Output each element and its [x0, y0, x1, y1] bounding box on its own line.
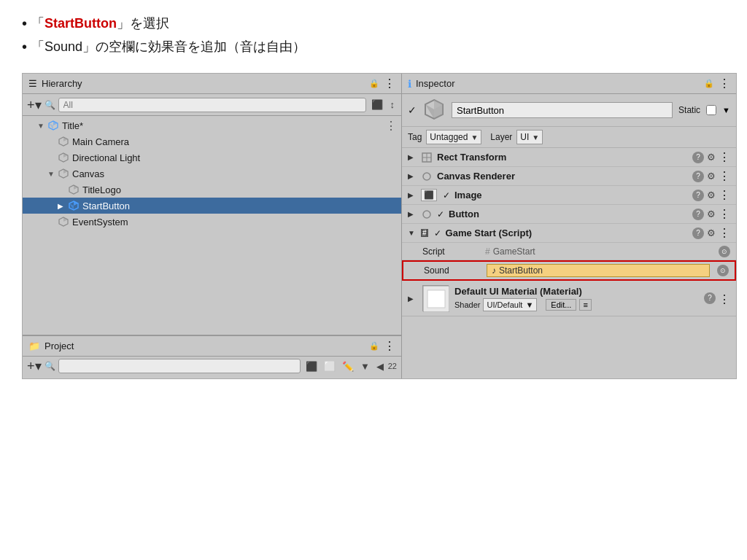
tree-item-title[interactable]: ▼ Title* ⋮ — [23, 117, 401, 133]
inspector-more-btn[interactable]: ⋮ — [719, 77, 730, 90]
search-sort-icon[interactable]: ↕ — [388, 98, 398, 111]
tree-item-eventsystem[interactable]: EventSystem — [23, 214, 401, 230]
search-filter-icon[interactable]: ⬛ — [369, 98, 385, 111]
script-field-label: Script — [422, 246, 481, 257]
project-more-btn[interactable]: ⋮ — [384, 339, 395, 353]
gamescript-help[interactable]: ? — [692, 228, 704, 239]
material-thumbnail — [422, 285, 449, 311]
hierarchy-title: Hierarchy — [42, 78, 82, 89]
material-help[interactable]: ? — [704, 292, 716, 304]
button-more[interactable]: ⋮ — [719, 207, 730, 221]
project-panel: 📁 Project 🔒 ⋮ +▾ 🔍 ⬛ ⬜ ✏️ — [23, 335, 401, 378]
tag-dropdown[interactable]: Untagged ▼ — [426, 130, 481, 144]
sound-field-value: ♪ StartButton — [487, 264, 710, 277]
gamescript-header-row[interactable]: ▼ # ✓ Game Start (Script) ? ⚙ ⋮ — [402, 224, 736, 243]
button-settings[interactable]: ⚙ — [707, 209, 716, 219]
layer-dropdown[interactable]: UI ▼ — [516, 130, 543, 144]
inspector-header: ℹ Inspector 🔒 ⋮ — [402, 74, 736, 94]
gamescript-settings[interactable]: ⚙ — [707, 228, 716, 238]
instruction-item-2: 「Sound」の空欄に効果音を追加（音は自由） — [22, 38, 725, 55]
button-row[interactable]: ▶ ✓ Button ? ⚙ ⋮ — [402, 205, 736, 224]
hierarchy-search-input[interactable] — [58, 98, 366, 112]
gamescript-more[interactable]: ⋮ — [719, 226, 730, 240]
image-settings[interactable]: ⚙ — [707, 190, 716, 201]
button-checkbox[interactable]: ✓ — [437, 209, 444, 219]
project-folder-icon: 📁 — [28, 341, 40, 351]
rect-transform-settings[interactable]: ⚙ — [707, 152, 716, 163]
hierarchy-panel: ☰ Hierarchy 🔒 ⋮ +▾ 🔍 ⬛ ↕ — [23, 74, 402, 378]
project-search-input[interactable] — [58, 359, 301, 373]
startbutton-label: StartButton — [82, 201, 130, 211]
static-checkbox[interactable] — [706, 105, 716, 115]
material-more[interactable]: ⋮ — [719, 292, 730, 306]
material-section: ▶ Default UI Material (Material) Shader … — [402, 281, 736, 316]
hierarchy-header: ☰ Hierarchy 🔒 ⋮ — [23, 74, 401, 94]
hierarchy-add-button[interactable]: +▾ — [27, 98, 42, 112]
project-lock-icon[interactable]: 🔒 — [369, 341, 379, 351]
rect-transform-controls: ? ⚙ ⋮ — [692, 150, 730, 164]
shader-label: Shader — [454, 300, 480, 309]
image-arrow: ▶ — [408, 191, 417, 199]
canvas-renderer-name: Canvas Renderer — [437, 171, 688, 182]
rect-transform-help[interactable]: ? — [692, 152, 704, 163]
canvas-renderer-settings[interactable]: ⚙ — [707, 171, 716, 182]
tree-arrow-title: ▼ — [37, 122, 47, 130]
project-icon-5[interactable]: ◀ — [374, 360, 386, 373]
project-icon-2[interactable]: ⬜ — [322, 360, 338, 373]
inspector-content: ✓ Static ▼ Tag Untagged — [402, 94, 736, 378]
canvas-renderer-icon — [421, 171, 433, 182]
tree-item-directional-light[interactable]: Directional Light — [23, 149, 401, 166]
hierarchy-lock-icon[interactable]: 🔒 — [369, 79, 379, 88]
project-count-badge: 22 — [388, 362, 397, 370]
hierarchy-more-btn[interactable]: ⋮ — [384, 77, 395, 90]
canvas-renderer-help[interactable]: ? — [692, 171, 704, 182]
rect-transform-name: Rect Transform — [437, 152, 688, 163]
tag-label: Tag — [408, 132, 422, 142]
shader-dropdown[interactable]: UI/Default ▼ — [483, 298, 537, 311]
sound-field-row: Sound ♪ StartButton ⊙ — [402, 260, 736, 281]
tree-item-canvas[interactable]: ▼ Canvas — [23, 166, 401, 182]
image-row[interactable]: ▶ ⬛ ✓ Image ? ⚙ ⋮ — [402, 186, 736, 205]
object-large-icon — [422, 98, 446, 122]
button-help[interactable]: ? — [692, 209, 704, 220]
svg-point-24 — [423, 211, 430, 218]
object-name-input[interactable] — [452, 102, 673, 118]
object-header-row: ✓ Static ▼ — [402, 94, 736, 127]
inspector-lock-icon[interactable]: 🔒 — [704, 79, 714, 88]
image-more[interactable]: ⋮ — [719, 188, 730, 202]
material-info: Default UI Material (Material) Shader UI… — [454, 286, 698, 311]
project-icon-4[interactable]: ▼ — [358, 360, 372, 373]
image-help[interactable]: ? — [692, 190, 704, 201]
project-add-button[interactable]: +▾ — [27, 359, 42, 373]
edit-button[interactable]: Edit... — [546, 299, 576, 311]
tree-item-titlelogo[interactable]: TitleLogo — [23, 182, 401, 198]
image-checkbox[interactable]: ✓ — [443, 190, 450, 201]
canvas-label: Canvas — [72, 168, 104, 179]
hierarchy-tree: ▼ Title* ⋮ — [23, 116, 401, 335]
tree-item-startbutton[interactable]: ▶ StartButton — [23, 198, 401, 214]
canvas-renderer-row[interactable]: ▶ Canvas Renderer ? ⚙ ⋮ — [402, 167, 736, 186]
project-icon-1[interactable]: ⬛ — [303, 360, 320, 373]
rect-transform-row[interactable]: ▶ Rect Transform ? ⚙ ⋮ — [402, 148, 736, 167]
gamescript-checkbox[interactable]: ✓ — [434, 228, 441, 238]
tree-item-main-camera[interactable]: Main Camera — [23, 133, 401, 149]
object-active-checkbox[interactable]: ✓ — [408, 104, 417, 116]
titlelogo-label: TitleLogo — [82, 184, 121, 195]
list-button[interactable]: ≡ — [579, 299, 591, 311]
script-field-row: Script # GameStart ⊙ — [402, 243, 736, 260]
startbutton-highlight: StartButton — [44, 16, 117, 31]
static-dropdown-btn[interactable]: ▼ — [722, 106, 730, 114]
project-title: Project — [44, 341, 74, 351]
project-icon-3[interactable]: ✏️ — [340, 360, 356, 373]
script-field-value: # GameStart — [485, 246, 714, 257]
canvas-renderer-arrow: ▶ — [408, 172, 417, 180]
rect-transform-arrow: ▶ — [408, 153, 417, 161]
sound-target-btn[interactable]: ⊙ — [717, 265, 729, 276]
script-target-btn[interactable]: ⊙ — [719, 246, 730, 257]
image-controls: ? ⚙ ⋮ — [692, 188, 730, 202]
title-more-icon[interactable]: ⋮ — [385, 119, 397, 133]
canvas-renderer-more[interactable]: ⋮ — [719, 169, 730, 183]
rect-transform-more[interactable]: ⋮ — [719, 150, 730, 164]
eventsystem-label: EventSystem — [72, 217, 128, 228]
hierarchy-search-bar: +▾ 🔍 ⬛ ↕ — [23, 94, 401, 116]
